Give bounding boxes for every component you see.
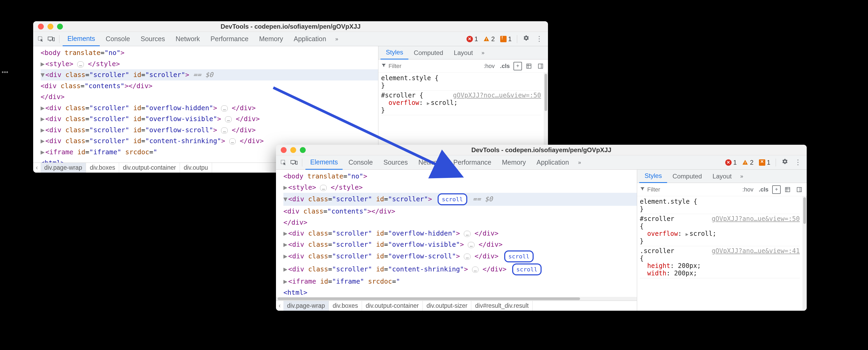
hov-toggle[interactable]: :hov <box>741 186 755 193</box>
settings-icon[interactable] <box>779 158 791 167</box>
dom-node-body-fragment[interactable]: <body translate="no"> <box>40 47 378 58</box>
computed-icon[interactable] <box>783 185 793 194</box>
new-rule-icon[interactable]: + <box>772 185 781 194</box>
dom-node-ovhidden[interactable]: ▶<div class="scroller" id="overflow-hidd… <box>283 228 637 239</box>
flag-count[interactable]: ✕1 <box>759 159 770 166</box>
tab-performance[interactable]: Performance <box>206 32 253 46</box>
rule-selector[interactable]: .scroller <box>640 247 674 255</box>
filter-input[interactable] <box>647 186 739 193</box>
filter-input[interactable] <box>389 63 480 69</box>
rule-source[interactable]: gOVpXJJ?ano…ue&view=:50 <box>712 215 800 223</box>
dom-node-contentshrink[interactable]: ▶<div class="scroller" id="content-shrin… <box>283 263 637 276</box>
dom-tree[interactable]: <body translate="no"> ▶<style> … </style… <box>276 170 637 297</box>
crumb-item[interactable]: div.page-wrap <box>283 301 329 311</box>
tab-memory[interactable]: Memory <box>497 155 530 170</box>
dom-node-ovvisible[interactable]: ▶<div class="scroller" id="overflow-visi… <box>283 239 637 250</box>
tab-console[interactable]: Console <box>344 155 378 170</box>
styles-rules[interactable]: element.style { } #scrollergOVpXJJ?ano…u… <box>637 196 802 311</box>
crumb-left-icon[interactable]: ‹ <box>33 164 40 171</box>
close-icon[interactable] <box>281 147 287 153</box>
tab-console[interactable]: Console <box>101 32 135 46</box>
crumb-item[interactable]: div.boxes <box>86 163 119 173</box>
css-property[interactable]: height: 200px; <box>640 262 800 269</box>
scroll-badge[interactable]: scroll <box>504 251 534 262</box>
more-subtabs-icon[interactable]: » <box>478 48 488 58</box>
dom-node-style[interactable]: ▶<style> … </style> <box>283 182 637 193</box>
dom-node-scroller-selected[interactable]: ▼<div class="scroller" id="scroller"> ==… <box>40 69 378 81</box>
dom-node-iframe[interactable]: ▶<iframe id="iframe" srcdoc=" <box>283 276 637 287</box>
scroll-badge[interactable]: scroll <box>512 263 541 275</box>
inspect-icon[interactable] <box>279 158 288 167</box>
scroll-badge[interactable]: scroll <box>438 193 467 205</box>
rule-selector[interactable]: #scroller <box>640 215 674 223</box>
dom-node-close[interactable]: </div> <box>40 91 378 103</box>
crumb-item[interactable]: div#result_div.result <box>471 301 533 311</box>
tab-elements[interactable]: Elements <box>63 32 100 46</box>
dom-node-close[interactable]: </div> <box>283 217 637 228</box>
toggle-panel-icon[interactable] <box>536 61 545 71</box>
filter-icon[interactable] <box>381 63 386 69</box>
warning-count[interactable]: 2 <box>483 35 495 43</box>
rule-selector[interactable]: #scroller { <box>381 92 423 99</box>
vertical-scrollbar[interactable] <box>802 196 807 311</box>
crumb-left-icon[interactable]: ‹ <box>276 302 283 310</box>
error-count[interactable]: ✕1 <box>466 35 478 43</box>
crumb-item[interactable]: div.boxes <box>329 301 362 311</box>
dom-node-contents[interactable]: <div class="contents"></div> <box>283 206 637 217</box>
tab-memory[interactable]: Memory <box>254 32 288 46</box>
css-property[interactable]: width: 200px; <box>640 269 800 277</box>
more-subtabs-icon[interactable]: » <box>737 172 746 181</box>
dom-node-style[interactable]: ▶<style> … </style> <box>40 58 378 69</box>
tab-computed[interactable]: Computed <box>667 170 707 183</box>
crumb-item[interactable]: div.output-container <box>362 301 423 311</box>
maximize-icon[interactable] <box>57 24 63 29</box>
crumb-item[interactable]: div.output-container <box>119 163 180 173</box>
dom-node-ovvisible[interactable]: ▶<div class="scroller" id="overflow-visi… <box>40 113 378 124</box>
error-count[interactable]: ✕1 <box>725 159 737 166</box>
dom-node-html[interactable]: <html> <box>283 287 637 297</box>
tab-sources[interactable]: Sources <box>379 155 413 170</box>
tab-layout[interactable]: Layout <box>448 46 478 59</box>
more-tabs-icon[interactable]: » <box>332 34 342 44</box>
tab-sources[interactable]: Sources <box>136 32 170 46</box>
toggle-panel-icon[interactable] <box>795 185 804 194</box>
warning-count[interactable]: 2 <box>742 159 753 166</box>
tab-application[interactable]: Application <box>289 32 331 46</box>
rule-source[interactable]: gOVpXJJ?noc…ue&view=:50 <box>453 92 541 99</box>
dom-node-ovhidden[interactable]: ▶<div class="scroller" id="overflow-hidd… <box>40 103 378 114</box>
tab-network[interactable]: Network <box>171 32 205 46</box>
dom-node-ovscroll[interactable]: ▶<div class="scroller" id="overflow-scro… <box>40 124 378 136</box>
hov-toggle[interactable]: :hov <box>482 63 496 69</box>
flag-count[interactable]: !1 <box>500 35 512 43</box>
dom-node-contents[interactable]: <div class="contents"></div> <box>40 81 378 92</box>
device-icon[interactable] <box>46 34 56 44</box>
computed-icon[interactable] <box>524 61 534 71</box>
tab-styles[interactable]: Styles <box>380 46 408 59</box>
close-icon[interactable] <box>38 24 44 29</box>
inspect-icon[interactable] <box>36 34 45 44</box>
tab-network[interactable]: Network <box>414 155 448 170</box>
minimize-icon[interactable] <box>48 24 53 29</box>
minimize-icon[interactable] <box>290 147 296 153</box>
tab-application[interactable]: Application <box>532 155 574 170</box>
kebab-icon[interactable]: ⋮ <box>792 158 804 167</box>
maximize-icon[interactable] <box>300 147 306 153</box>
settings-icon[interactable] <box>520 35 532 43</box>
dom-node-body-fragment[interactable]: <body translate="no"> <box>283 171 637 182</box>
crumb-item[interactable]: div.output-sizer <box>423 301 471 311</box>
crumb-item[interactable]: div.page-wrap <box>40 163 86 173</box>
tab-styles[interactable]: Styles <box>639 170 667 183</box>
rule-source[interactable]: gOVpXJJ?ano…ue&view=:41 <box>712 247 800 255</box>
tab-layout[interactable]: Layout <box>707 170 737 183</box>
dom-node-scroller-selected[interactable]: ▼<div class="scroller" id="scroller"> sc… <box>283 193 637 206</box>
dom-node-ovscroll[interactable]: ▶<div class="scroller" id="overflow-scro… <box>283 250 637 263</box>
tab-performance[interactable]: Performance <box>448 155 496 170</box>
tab-computed[interactable]: Computed <box>408 46 448 59</box>
device-icon[interactable] <box>289 158 299 167</box>
more-tabs-icon[interactable]: » <box>575 158 584 167</box>
cls-toggle[interactable]: .cls <box>757 186 770 193</box>
css-property[interactable]: overflow: ▶scroll; <box>381 99 541 107</box>
crumb-item[interactable]: div.outpu <box>180 163 212 173</box>
new-rule-icon[interactable]: + <box>514 62 522 70</box>
filter-icon[interactable] <box>640 186 645 193</box>
